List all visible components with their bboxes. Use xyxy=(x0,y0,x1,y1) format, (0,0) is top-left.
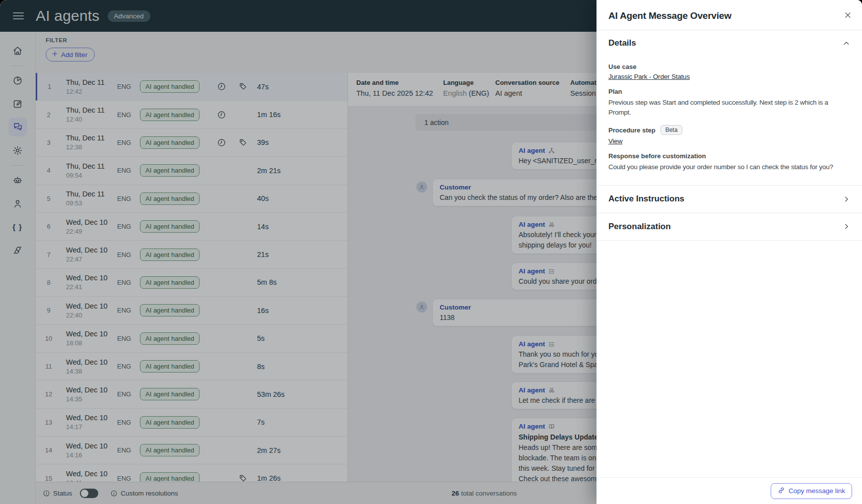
chevron-right-icon xyxy=(843,223,850,230)
details-heading: Details xyxy=(608,38,636,48)
copy-message-link-button[interactable]: Copy message link xyxy=(771,483,852,499)
chevron-right-icon xyxy=(843,195,850,203)
plan-text: Previous step was Start and completed su… xyxy=(608,98,850,117)
response-label: Response before customization xyxy=(608,152,850,160)
modal-scrim xyxy=(0,0,597,504)
use-case-label: Use case xyxy=(608,63,850,70)
panel-title: AI Agent Message Overview xyxy=(608,10,850,21)
section-active-instructions[interactable]: Active Instructions xyxy=(597,185,862,213)
beta-badge: Beta xyxy=(661,125,683,135)
use-case-link[interactable]: Jurassic Park - Order Status xyxy=(608,73,690,80)
section-personalization[interactable]: Personalization xyxy=(597,213,862,241)
view-link[interactable]: View xyxy=(608,137,622,145)
active-instructions-label: Active Instructions xyxy=(608,194,684,204)
details-section-header[interactable]: Details xyxy=(597,30,862,56)
procedure-step-label: Procedure step xyxy=(608,126,656,134)
app-window: AI agents Advanced xyxy=(0,0,862,504)
personalization-label: Personalization xyxy=(608,222,671,232)
chevron-up-icon xyxy=(843,40,850,47)
message-overview-panel: AI Agent Message Overview Details Use ca… xyxy=(597,0,862,504)
response-text: Could you please provide your order numb… xyxy=(608,162,850,172)
main-ui: AI agents Advanced xyxy=(0,0,597,504)
details-section-body: Use case Jurassic Park - Order Status Pl… xyxy=(597,56,862,185)
close-icon[interactable] xyxy=(844,11,852,19)
link-icon xyxy=(778,487,785,496)
plan-label: Plan xyxy=(608,88,850,95)
